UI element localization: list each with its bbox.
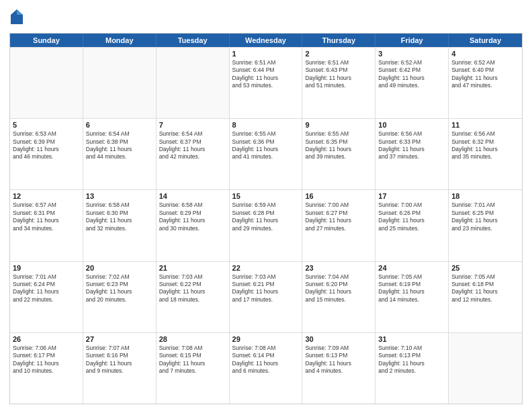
calendar-cell-1: 1Sunrise: 6:51 AM Sunset: 6:44 PM Daylig… bbox=[230, 48, 303, 118]
calendar-cell-27: 27Sunrise: 7:07 AM Sunset: 6:16 PM Dayli… bbox=[83, 333, 157, 404]
calendar-cell-18: 18Sunrise: 7:01 AM Sunset: 6:25 PM Dayli… bbox=[449, 190, 522, 261]
day-number: 24 bbox=[378, 264, 445, 272]
cell-info: Sunrise: 7:03 AM Sunset: 6:21 PM Dayligh… bbox=[232, 273, 300, 304]
calendar-cell-8: 8Sunrise: 6:55 AM Sunset: 6:36 PM Daylig… bbox=[230, 119, 303, 189]
calendar: SundayMondayTuesdayWednesdayThursdayFrid… bbox=[9, 33, 523, 404]
day-number: 4 bbox=[451, 50, 519, 58]
calendar-page: SundayMondayTuesdayWednesdayThursdayFrid… bbox=[0, 0, 532, 411]
cell-info: Sunrise: 6:55 AM Sunset: 6:35 PM Dayligh… bbox=[305, 130, 372, 161]
weekday-header-friday: Friday bbox=[375, 34, 449, 47]
cell-info: Sunrise: 6:56 AM Sunset: 6:33 PM Dayligh… bbox=[378, 130, 445, 161]
weekday-header-sunday: Sunday bbox=[10, 34, 83, 47]
calendar-cell-28: 28Sunrise: 7:08 AM Sunset: 6:15 PM Dayli… bbox=[157, 333, 230, 404]
cell-info: Sunrise: 6:58 AM Sunset: 6:30 PM Dayligh… bbox=[86, 201, 153, 232]
calendar-row-2: 12Sunrise: 6:57 AM Sunset: 6:31 PM Dayli… bbox=[10, 189, 522, 261]
cell-info: Sunrise: 6:56 AM Sunset: 6:32 PM Dayligh… bbox=[451, 130, 519, 161]
day-number: 2 bbox=[305, 50, 372, 58]
day-number: 5 bbox=[13, 121, 80, 129]
day-number: 16 bbox=[305, 192, 372, 200]
day-number: 30 bbox=[305, 335, 372, 343]
svg-marker-1 bbox=[17, 9, 23, 15]
day-number: 7 bbox=[159, 121, 226, 129]
cell-info: Sunrise: 6:51 AM Sunset: 6:43 PM Dayligh… bbox=[305, 59, 372, 90]
cell-info: Sunrise: 7:08 AM Sunset: 6:15 PM Dayligh… bbox=[159, 345, 226, 375]
day-number: 20 bbox=[86, 264, 153, 272]
cell-info: Sunrise: 7:06 AM Sunset: 6:17 PM Dayligh… bbox=[13, 345, 80, 375]
calendar-cell-empty-0-0 bbox=[10, 48, 83, 118]
calendar-body: 1Sunrise: 6:51 AM Sunset: 6:44 PM Daylig… bbox=[10, 47, 522, 404]
cell-info: Sunrise: 7:10 AM Sunset: 6:13 PM Dayligh… bbox=[378, 345, 445, 375]
calendar-cell-7: 7Sunrise: 6:54 AM Sunset: 6:37 PM Daylig… bbox=[157, 119, 230, 189]
calendar-cell-13: 13Sunrise: 6:58 AM Sunset: 6:30 PM Dayli… bbox=[83, 190, 157, 261]
weekday-header-monday: Monday bbox=[83, 34, 157, 47]
cell-info: Sunrise: 6:52 AM Sunset: 6:40 PM Dayligh… bbox=[451, 59, 519, 90]
day-number: 8 bbox=[232, 121, 300, 129]
day-number: 1 bbox=[232, 50, 300, 58]
day-number: 3 bbox=[378, 50, 445, 58]
cell-info: Sunrise: 7:04 AM Sunset: 6:20 PM Dayligh… bbox=[305, 273, 372, 304]
cell-info: Sunrise: 6:53 AM Sunset: 6:39 PM Dayligh… bbox=[13, 130, 80, 161]
calendar-cell-14: 14Sunrise: 6:58 AM Sunset: 6:29 PM Dayli… bbox=[157, 190, 230, 261]
calendar-row-3: 19Sunrise: 7:01 AM Sunset: 6:24 PM Dayli… bbox=[10, 261, 522, 332]
logo bbox=[9, 9, 23, 28]
calendar-cell-31: 31Sunrise: 7:10 AM Sunset: 6:13 PM Dayli… bbox=[375, 333, 449, 404]
calendar-cell-23: 23Sunrise: 7:04 AM Sunset: 6:20 PM Dayli… bbox=[302, 262, 375, 332]
calendar-cell-5: 5Sunrise: 6:53 AM Sunset: 6:39 PM Daylig… bbox=[10, 119, 83, 189]
calendar-cell-20: 20Sunrise: 7:02 AM Sunset: 6:23 PM Dayli… bbox=[83, 262, 157, 332]
weekday-header-wednesday: Wednesday bbox=[230, 34, 303, 47]
day-number: 15 bbox=[232, 192, 300, 200]
weekday-header-tuesday: Tuesday bbox=[157, 34, 230, 47]
cell-info: Sunrise: 7:02 AM Sunset: 6:23 PM Dayligh… bbox=[86, 273, 153, 304]
calendar-cell-empty-0-2 bbox=[157, 48, 230, 118]
day-number: 23 bbox=[305, 264, 372, 272]
calendar-cell-12: 12Sunrise: 6:57 AM Sunset: 6:31 PM Dayli… bbox=[10, 190, 83, 261]
calendar-header: SundayMondayTuesdayWednesdayThursdayFrid… bbox=[10, 34, 522, 47]
calendar-cell-2: 2Sunrise: 6:51 AM Sunset: 6:43 PM Daylig… bbox=[302, 48, 375, 118]
calendar-cell-empty-0-1 bbox=[83, 48, 157, 118]
calendar-row-4: 26Sunrise: 7:06 AM Sunset: 6:17 PM Dayli… bbox=[10, 332, 522, 404]
day-number: 13 bbox=[86, 192, 153, 200]
cell-info: Sunrise: 6:54 AM Sunset: 6:37 PM Dayligh… bbox=[159, 130, 226, 161]
day-number: 17 bbox=[378, 192, 445, 200]
day-number: 6 bbox=[86, 121, 153, 129]
calendar-cell-22: 22Sunrise: 7:03 AM Sunset: 6:21 PM Dayli… bbox=[230, 262, 303, 332]
calendar-cell-10: 10Sunrise: 6:56 AM Sunset: 6:33 PM Dayli… bbox=[375, 119, 449, 189]
calendar-cell-24: 24Sunrise: 7:05 AM Sunset: 6:19 PM Dayli… bbox=[375, 262, 449, 332]
calendar-row-0: 1Sunrise: 6:51 AM Sunset: 6:44 PM Daylig… bbox=[10, 47, 522, 118]
cell-info: Sunrise: 7:01 AM Sunset: 6:24 PM Dayligh… bbox=[13, 273, 80, 304]
day-number: 27 bbox=[86, 335, 153, 343]
calendar-cell-16: 16Sunrise: 7:00 AM Sunset: 6:27 PM Dayli… bbox=[302, 190, 375, 261]
logo-icon bbox=[11, 9, 23, 24]
calendar-cell-17: 17Sunrise: 7:00 AM Sunset: 6:26 PM Dayli… bbox=[375, 190, 449, 261]
calendar-cell-30: 30Sunrise: 7:09 AM Sunset: 6:13 PM Dayli… bbox=[302, 333, 375, 404]
cell-info: Sunrise: 6:54 AM Sunset: 6:38 PM Dayligh… bbox=[86, 130, 153, 161]
calendar-cell-4: 4Sunrise: 6:52 AM Sunset: 6:40 PM Daylig… bbox=[449, 48, 522, 118]
day-number: 11 bbox=[451, 121, 519, 129]
calendar-cell-3: 3Sunrise: 6:52 AM Sunset: 6:42 PM Daylig… bbox=[375, 48, 449, 118]
weekday-header-saturday: Saturday bbox=[449, 34, 522, 47]
cell-info: Sunrise: 7:09 AM Sunset: 6:13 PM Dayligh… bbox=[305, 345, 372, 375]
calendar-cell-15: 15Sunrise: 6:59 AM Sunset: 6:28 PM Dayli… bbox=[230, 190, 303, 261]
day-number: 28 bbox=[159, 335, 226, 343]
calendar-cell-9: 9Sunrise: 6:55 AM Sunset: 6:35 PM Daylig… bbox=[302, 119, 375, 189]
day-number: 29 bbox=[232, 335, 300, 343]
day-number: 18 bbox=[451, 192, 519, 200]
cell-info: Sunrise: 7:01 AM Sunset: 6:25 PM Dayligh… bbox=[451, 201, 519, 232]
day-number: 14 bbox=[159, 192, 226, 200]
calendar-cell-6: 6Sunrise: 6:54 AM Sunset: 6:38 PM Daylig… bbox=[83, 119, 157, 189]
cell-info: Sunrise: 7:07 AM Sunset: 6:16 PM Dayligh… bbox=[86, 345, 153, 375]
day-number: 12 bbox=[13, 192, 80, 200]
cell-info: Sunrise: 6:51 AM Sunset: 6:44 PM Dayligh… bbox=[232, 59, 300, 90]
day-number: 22 bbox=[232, 264, 300, 272]
cell-info: Sunrise: 7:05 AM Sunset: 6:18 PM Dayligh… bbox=[451, 273, 519, 304]
day-number: 31 bbox=[378, 335, 445, 343]
calendar-row-1: 5Sunrise: 6:53 AM Sunset: 6:39 PM Daylig… bbox=[10, 118, 522, 189]
day-number: 9 bbox=[305, 121, 372, 129]
calendar-cell-empty-4-6 bbox=[449, 333, 522, 404]
cell-info: Sunrise: 7:00 AM Sunset: 6:27 PM Dayligh… bbox=[305, 201, 372, 232]
cell-info: Sunrise: 7:03 AM Sunset: 6:22 PM Dayligh… bbox=[159, 273, 226, 304]
calendar-cell-21: 21Sunrise: 7:03 AM Sunset: 6:22 PM Dayli… bbox=[157, 262, 230, 332]
cell-info: Sunrise: 6:57 AM Sunset: 6:31 PM Dayligh… bbox=[13, 201, 80, 232]
calendar-cell-29: 29Sunrise: 7:08 AM Sunset: 6:14 PM Dayli… bbox=[230, 333, 303, 404]
day-number: 25 bbox=[451, 264, 519, 272]
